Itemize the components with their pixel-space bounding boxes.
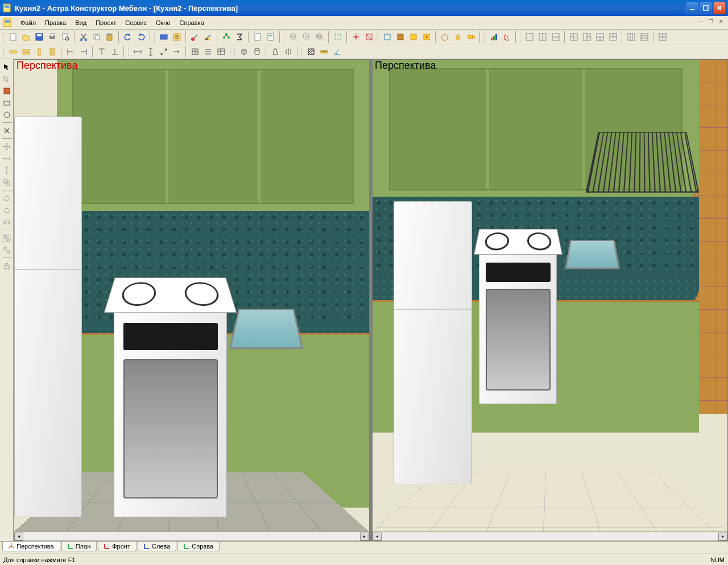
view-iso-button[interactable] [439, 31, 451, 43]
layout4-button[interactable] [568, 31, 580, 43]
toolbar-grip[interactable] [300, 45, 303, 58]
toolbar-grip[interactable] [153, 31, 156, 43]
viewport-left[interactable]: Перспектива ◂ ▸ [14, 59, 370, 541]
dim-h-button[interactable] [131, 45, 144, 58]
dim-list-button[interactable] [202, 45, 214, 58]
redo-button[interactable] [135, 31, 147, 43]
move-v-button[interactable] [1, 165, 13, 176]
layout8-button[interactable] [625, 31, 638, 43]
zoom-in-button[interactable] [287, 31, 300, 43]
view-persp-button[interactable] [452, 31, 464, 43]
brush-multi-button[interactable] [202, 31, 214, 43]
menu-service[interactable]: Сервис [121, 18, 151, 28]
angle-button[interactable] [331, 45, 344, 58]
save-button[interactable] [33, 31, 46, 43]
layout6-button[interactable] [594, 31, 606, 43]
mirror-button[interactable] [1, 217, 13, 228]
new-button[interactable] [7, 31, 19, 43]
snap-off-button[interactable] [363, 31, 375, 43]
viewport-right-hscrollbar[interactable]: ◂ ▸ [373, 531, 727, 541]
paste-button[interactable] [104, 31, 116, 43]
menu-help[interactable]: Справка [175, 18, 209, 28]
dim-v-button[interactable] [144, 45, 157, 58]
undo-button[interactable] [122, 31, 134, 43]
panel-v1-button[interactable] [33, 45, 46, 58]
divider1-button[interactable] [96, 45, 108, 58]
circle-tool-button[interactable] [1, 109, 13, 121]
render-shade-button[interactable] [394, 31, 407, 43]
layout2-button[interactable] [536, 31, 549, 43]
shelf2-button[interactable] [77, 45, 90, 58]
zoom-out-button[interactable] [300, 31, 313, 43]
layout1-button[interactable] [523, 31, 536, 43]
viewport-left-hscrollbar[interactable]: ◂ ▸ [14, 531, 369, 541]
maximize-button[interactable] [700, 2, 712, 14]
snap-center-button[interactable] [350, 31, 362, 43]
cursor-tool-button[interactable] [1, 61, 13, 73]
measure-button[interactable] [318, 45, 330, 58]
arrow-tool-button[interactable] [500, 31, 513, 43]
close-button[interactable] [713, 2, 726, 14]
menu-file[interactable]: Файл [16, 18, 40, 28]
scroll-left-button[interactable]: ◂ [373, 533, 382, 541]
sum-button[interactable] [233, 31, 246, 43]
viewport-left-canvas[interactable] [14, 60, 369, 531]
open-button[interactable] [20, 31, 32, 43]
doc2-button[interactable] [264, 31, 277, 43]
extrude-button[interactable] [269, 45, 282, 58]
layout5-button[interactable] [581, 31, 593, 43]
render-tex2-button[interactable] [420, 31, 433, 43]
viewtab-perspective[interactable]: Перспектива [2, 542, 60, 551]
chart-button[interactable] [487, 31, 500, 43]
toolbar-grip[interactable] [483, 31, 486, 43]
layout10-button[interactable] [656, 31, 669, 43]
revolve-button[interactable] [282, 45, 295, 58]
menu-project[interactable]: Проект [91, 18, 121, 28]
toolbar-grip[interactable] [233, 45, 236, 58]
toolbar-grip[interactable] [127, 45, 130, 58]
render-wire-button[interactable] [381, 31, 394, 43]
lock-button[interactable] [1, 260, 13, 272]
render-tex-button[interactable] [407, 31, 420, 43]
layout3-button[interactable] [549, 31, 562, 43]
layout7-button[interactable] [607, 31, 619, 43]
menu-edit[interactable]: Правка [40, 18, 71, 28]
brush-red-button[interactable] [189, 31, 201, 43]
copy-button[interactable] [90, 31, 103, 43]
panel-h2-button[interactable] [20, 45, 32, 58]
print-preview-button[interactable] [59, 31, 72, 43]
viewtab-plan[interactable]: План [61, 542, 97, 551]
select-window-button[interactable] [332, 31, 344, 43]
toolbar-grip[interactable] [283, 31, 286, 43]
select-object-button[interactable] [1, 85, 13, 97]
scroll-right-button[interactable]: ▸ [718, 533, 727, 541]
mdi-restore-button[interactable]: ❐ [706, 18, 715, 26]
panel-v2-button[interactable] [46, 45, 59, 58]
hatch-button[interactable] [305, 45, 317, 58]
toolbar-grip[interactable] [2, 45, 5, 58]
viewtab-left[interactable]: Слева [138, 542, 176, 551]
select-face-button[interactable] [1, 73, 13, 85]
mdi-minimize-button[interactable]: — [696, 18, 705, 26]
scroll-right-button[interactable]: ▸ [360, 533, 369, 541]
minimize-button[interactable] [686, 2, 698, 14]
toolbar-grip[interactable] [2, 31, 5, 43]
move-h-button[interactable] [1, 153, 13, 164]
grid-dim-button[interactable] [189, 45, 201, 58]
divider2-button[interactable] [109, 45, 121, 58]
toolbar-grip[interactable] [519, 31, 522, 43]
layout9-button[interactable] [638, 31, 651, 43]
menu-window[interactable]: Окно [151, 18, 175, 28]
cylinder-button[interactable] [251, 45, 263, 58]
delete-tool-button[interactable] [1, 125, 13, 136]
dim-table-button[interactable] [215, 45, 228, 58]
rect-tool-button[interactable] [1, 97, 13, 109]
print-button[interactable] [46, 31, 59, 43]
doc1-button[interactable] [251, 31, 264, 43]
move-copy-button[interactable] [1, 177, 13, 188]
view-camera-button[interactable] [465, 31, 477, 43]
material-button[interactable] [158, 31, 170, 43]
viewport-right[interactable]: Перспектива ◂ ▸ [372, 59, 728, 541]
scroll-left-button[interactable]: ◂ [14, 533, 23, 541]
shelf1-button[interactable] [64, 45, 77, 58]
